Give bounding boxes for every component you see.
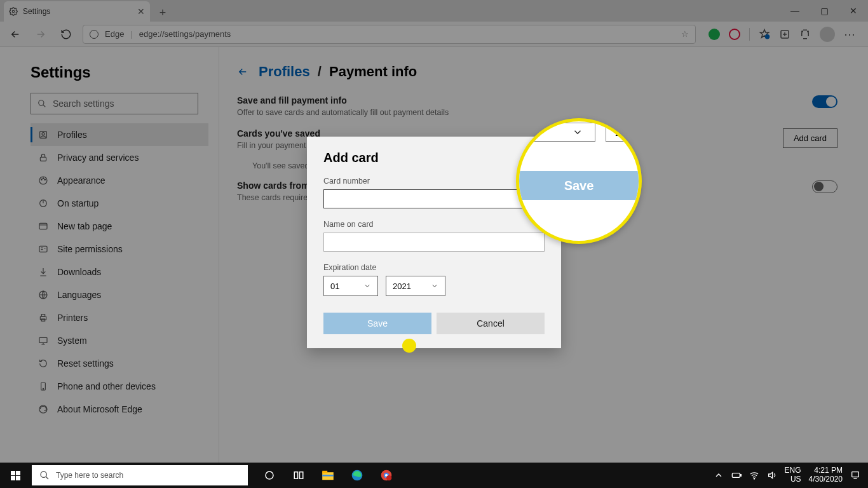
edge-taskbar-icon[interactable] [343, 463, 371, 488]
sidebar-item-system[interactable]: System [31, 329, 208, 352]
start-button[interactable] [0, 463, 31, 488]
forward-button[interactable] [32, 25, 50, 43]
settings-search[interactable]: Search settings [31, 93, 198, 114]
sidebar-item-phone-and-other-devices[interactable]: Phone and other devices [31, 375, 208, 398]
profile-icon [38, 130, 48, 140]
svg-point-4 [808, 30, 809, 32]
language-indicator[interactable]: ENG US [785, 466, 801, 484]
settings-sidebar: Settings Search settings ProfilesPrivacy… [0, 47, 219, 463]
svg-point-25 [41, 471, 46, 477]
svg-point-0 [12, 10, 15, 13]
name-on-card-label: Name on card [323, 220, 545, 229]
chrome-taskbar-icon[interactable] [372, 463, 400, 488]
sidebar-item-profiles[interactable]: Profiles [31, 123, 208, 146]
exp-month-select[interactable]: 01 [323, 276, 378, 296]
svg-rect-37 [732, 473, 740, 478]
svg-point-10 [41, 179, 43, 180]
sidebar-item-new-tab-page[interactable]: New tab page [31, 215, 208, 238]
sidebar-item-on-startup[interactable]: On startup [31, 192, 208, 215]
search-icon [39, 470, 50, 480]
sidebar-item-privacy-and-services[interactable]: Privacy and services [31, 146, 208, 169]
name-on-card-input[interactable] [323, 233, 545, 252]
svg-rect-20 [39, 337, 47, 342]
svg-rect-8 [40, 157, 46, 161]
exp-year-select[interactable]: 2021 [386, 276, 445, 296]
sidebar-item-reset-settings[interactable]: Reset settings [31, 352, 208, 375]
battery-icon[interactable] [731, 470, 742, 480]
breadcrumb-root[interactable]: Profiles [259, 64, 310, 79]
toolbar-divider [749, 28, 750, 41]
toggle-save-fill[interactable] [812, 95, 837, 108]
collections-icon[interactable] [779, 29, 790, 40]
card-number-input[interactable] [323, 189, 545, 208]
dialog-save-button[interactable]: Save [323, 313, 431, 334]
magnifier-save-button: Save [519, 171, 639, 200]
svg-point-26 [266, 471, 273, 479]
sidebar-item-label: Languages [57, 290, 101, 300]
add-card-button[interactable]: Add card [783, 128, 837, 148]
dialog-cancel-button[interactable]: Cancel [437, 313, 545, 334]
svg-rect-31 [322, 475, 334, 476]
clock[interactable]: 4:21 PM 4/30/2020 [809, 466, 843, 484]
svg-rect-28 [300, 472, 303, 479]
svg-point-7 [42, 133, 44, 135]
notifications-icon[interactable] [850, 470, 860, 480]
new-tab-button[interactable]: + [154, 4, 172, 22]
extension-icon-2[interactable] [729, 29, 740, 40]
setting-save-fill-title: Save and fill payment info [237, 95, 449, 105]
tray-chevron-icon[interactable] [714, 470, 724, 480]
system-icon [38, 336, 48, 346]
svg-rect-18 [41, 315, 44, 316]
sidebar-item-site-permissions[interactable]: Site permissions [31, 238, 208, 261]
sidebar-item-label: Profiles [57, 130, 87, 140]
window-maximize-button[interactable]: ▢ [810, 0, 839, 22]
svg-point-3 [802, 30, 803, 32]
shield-icon [38, 244, 48, 254]
sidebar-item-about-microsoft-edge[interactable]: About Microsoft Edge [31, 398, 208, 421]
wifi-icon[interactable] [749, 470, 759, 480]
back-button[interactable] [6, 25, 24, 43]
breadcrumb-leaf: Payment info [329, 64, 417, 79]
breadcrumb-back-icon[interactable] [237, 66, 248, 78]
taskbar-search[interactable]: Type here to search [32, 465, 248, 485]
refresh-button[interactable] [57, 25, 75, 43]
toggle-other-devices[interactable] [812, 180, 837, 193]
svg-point-5 [39, 100, 44, 105]
tab-close-icon[interactable]: ✕ [137, 6, 145, 17]
favorites-icon[interactable] [759, 29, 770, 40]
address-brand: Edge [105, 29, 124, 39]
volume-icon[interactable] [767, 470, 777, 480]
tab-strip: Settings ✕ + — ▢ ✕ [0, 0, 868, 22]
task-view-icon[interactable] [285, 463, 313, 488]
exp-month-value: 01 [330, 281, 339, 291]
download-icon [38, 267, 48, 277]
sidebar-item-label: System [57, 336, 87, 346]
sidebar-item-languages[interactable]: Languages [31, 283, 208, 306]
favorite-star-icon[interactable]: ☆ [681, 29, 689, 39]
chevron-down-icon [572, 126, 583, 138]
sidebar-item-printers[interactable]: Printers [31, 306, 208, 329]
extension-icon-1[interactable] [709, 29, 720, 40]
address-bar[interactable]: Edge | edge://settings/payments ☆ [83, 25, 696, 44]
breadcrumb: Profiles / Payment info [237, 64, 837, 80]
globe-icon [38, 290, 48, 300]
more-menu-icon[interactable]: ⋯ [844, 27, 857, 41]
file-explorer-icon[interactable] [314, 463, 342, 488]
reset-icon [38, 358, 48, 369]
window-minimize-button[interactable]: — [780, 0, 810, 22]
cortana-icon[interactable] [255, 463, 283, 488]
browser-tab[interactable]: Settings ✕ [4, 1, 150, 22]
sidebar-item-appearance[interactable]: Appearance [31, 169, 208, 192]
chevron-down-icon [431, 282, 438, 290]
sidebar-item-downloads[interactable]: Downloads [31, 261, 208, 283]
highlight-pointer-dot [402, 339, 416, 353]
window-close-button[interactable]: ✕ [839, 0, 868, 22]
system-tray: ENG US 4:21 PM 4/30/2020 [714, 466, 868, 484]
extensions-icon[interactable] [799, 29, 811, 40]
profile-avatar[interactable] [820, 27, 835, 42]
svg-point-36 [386, 475, 391, 480]
svg-rect-40 [852, 472, 859, 477]
sidebar-item-label: Appearance [57, 175, 105, 186]
setting-save-fill-subtitle: Offer to save cards and automatically fi… [237, 108, 449, 117]
svg-point-12 [44, 179, 46, 180]
